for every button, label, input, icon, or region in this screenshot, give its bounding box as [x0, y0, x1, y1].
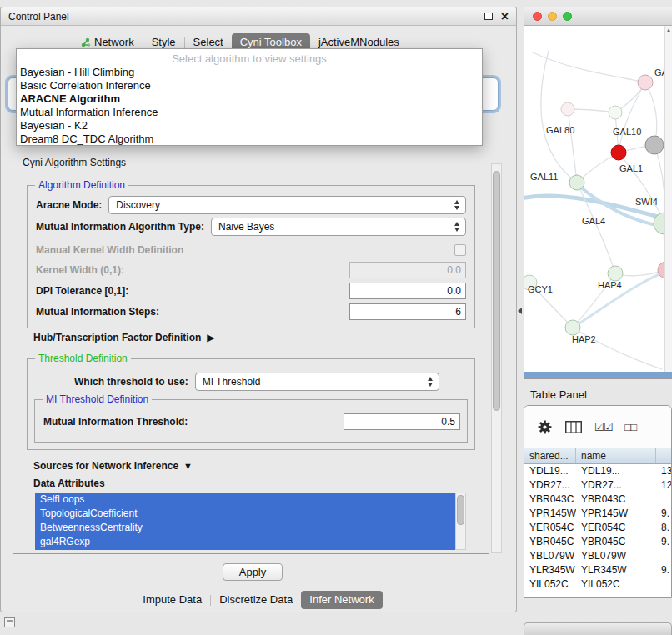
dropdown-item-bayesian-hill-climbing[interactable]: Bayesian - Hill Climbing — [17, 66, 482, 79]
node-label-swi4[interactable]: SWI4 — [635, 197, 658, 207]
cell-shared-name: YDR27... — [524, 478, 576, 492]
collapsed-panel-bar[interactable] — [524, 622, 672, 635]
cell-name: YDR27... — [576, 478, 656, 492]
algorithm-dropdown-popup: Select algorithm to view settings Bayesi… — [16, 48, 483, 146]
manual-kernel-checkbox[interactable] — [454, 244, 466, 256]
attribute-list-item[interactable]: BetweennessCentrality — [35, 521, 455, 535]
collapse-left-icon[interactable] — [518, 308, 522, 314]
scroll-up-icon[interactable]: ▲ — [665, 26, 672, 32]
mi-type-select[interactable]: Naive Bayes — [211, 218, 466, 236]
network-canvas[interactable]: GAL80 GAL10 GAL11 GAL1 SWI4 GAL4 GCY1 HA… — [524, 26, 672, 372]
attribute-list-item[interactable]: TopologicalCoefficient — [35, 507, 455, 521]
table-row[interactable]: YBL079W YBL079W — [524, 549, 671, 563]
tab-label: Infer Network — [309, 593, 374, 606]
restore-panel-icon-inner — [7, 620, 13, 622]
data-attributes-list[interactable]: SelfLoops TopologicalCoefficient Between… — [35, 492, 455, 550]
tab-label: jActiveMNodules — [318, 36, 399, 48]
dropdown-placeholder: Select algorithm to view settings — [17, 52, 482, 66]
aracne-mode-select[interactable]: Discovery — [108, 196, 466, 214]
panel-splitter[interactable] — [517, 7, 524, 612]
cell-shared-name: YDL19... — [524, 464, 576, 478]
table-row[interactable]: YIL052C YIL052C — [524, 578, 671, 592]
hub-definition-expander[interactable]: Hub/Transcription Factor Definition ▶ — [33, 332, 215, 343]
desktop: Control Panel × Network Style Select — [0, 0, 672, 635]
cell-extra: 9. — [656, 507, 671, 521]
table-row[interactable]: YPR145W YPR145W 9. — [524, 507, 671, 521]
dropdown-item-dream8[interactable]: Dream8 DC_TDC Algorithm — [17, 132, 482, 146]
table-row[interactable]: YDL19... YDL19... 13 — [524, 464, 671, 478]
dpi-tolerance-label: DPI Tolerance [0,1]: — [36, 285, 128, 297]
cell-shared-name: YLR345W — [524, 563, 576, 578]
table-row[interactable]: YER054C YER054C 8. — [524, 521, 671, 535]
network-window-titlebar[interactable] — [524, 8, 672, 26]
node-label-gal80[interactable]: GAL80 — [546, 125, 574, 135]
tab-discretize-data[interactable]: Discretize Data — [211, 591, 301, 609]
network-scrollbar[interactable]: ▲ — [664, 26, 672, 372]
attributes-scrollbar[interactable] — [455, 492, 466, 550]
node-label-hap4[interactable]: HAP4 — [598, 280, 622, 290]
node-label-gal11[interactable]: GAL11 — [530, 172, 558, 182]
threshold-type-select[interactable]: MI Threshold — [195, 372, 439, 391]
column-header-extra[interactable] — [656, 448, 671, 463]
cell-shared-name: YBR045C — [524, 535, 576, 549]
deselect-all-rows-icon[interactable]: □□ — [624, 421, 636, 433]
cell-name: YDL19... — [576, 464, 656, 478]
mi-threshold-field[interactable] — [344, 413, 460, 430]
mi-threshold-label: Mutual Information Threshold: — [43, 416, 188, 428]
apply-button[interactable]: Apply — [223, 563, 283, 581]
select-all-rows-icon[interactable]: ☑☑ — [594, 421, 612, 433]
combo-arrows-icon — [454, 222, 459, 232]
table-row[interactable]: YBR043C YBR043C — [524, 492, 671, 507]
close-panel-icon[interactable]: × — [501, 10, 509, 23]
tab-infer-network[interactable]: Infer Network — [301, 591, 382, 609]
sources-expander[interactable]: Sources for Network Inference ▼ — [33, 460, 193, 472]
aracne-mode-label: Aracne Mode: — [36, 199, 102, 211]
column-header-shared-name[interactable]: shared... — [524, 448, 576, 463]
mi-steps-field[interactable] — [349, 303, 466, 320]
cyni-algorithm-settings-group: Cyni Algorithm Settings Algorithm Defini… — [13, 162, 489, 554]
dpi-tolerance-row: DPI Tolerance [0,1]: — [36, 282, 466, 300]
tab-label: Cyni Toolbox — [240, 36, 302, 48]
attribute-list-item[interactable]: gal4RGexp — [35, 535, 455, 549]
dropdown-item-mutual-information[interactable]: Mutual Information Inference — [17, 106, 482, 119]
gear-icon[interactable] — [537, 419, 553, 435]
scrollbar-thumb[interactable] — [457, 495, 464, 525]
node-label-gal4[interactable]: GAL4 — [582, 216, 605, 226]
table-row[interactable]: YDR27... YDR27... 12 — [524, 478, 671, 492]
cell-shared-name: YIL052C — [524, 578, 576, 592]
dpi-tolerance-field[interactable] — [349, 282, 466, 299]
node-label-gal1[interactable]: GAL1 — [619, 163, 643, 173]
node-label-hap2[interactable]: HAP2 — [572, 334, 596, 344]
tab-label: Impute Data — [143, 593, 202, 606]
table-row[interactable]: YBR045C YBR045C 9. — [524, 535, 671, 549]
dropdown-item-bayesian-k2[interactable]: Bayesian - K2 — [17, 119, 482, 132]
table-panel-title: Table Panel — [530, 388, 587, 401]
network-view-window: GAL80 GAL10 GAL11 GAL1 SWI4 GAL4 GCY1 HA… — [524, 7, 672, 379]
node-label-gal10[interactable]: GAL10 — [613, 127, 641, 137]
settings-scrollbar[interactable] — [491, 163, 502, 553]
threshold-type-value: MI Threshold — [203, 376, 423, 388]
dropdown-item-basic-correlation[interactable]: Basic Correlation Inference — [17, 79, 482, 92]
control-panel-titlebar[interactable]: Control Panel × — [1, 8, 516, 26]
cell-name: YBR045C — [576, 535, 656, 549]
scrollbar-thumb[interactable] — [493, 171, 500, 411]
cell-name: YLR345W — [576, 563, 656, 578]
cell-name: YER054C — [576, 521, 656, 535]
close-window-icon[interactable] — [533, 12, 542, 21]
zoom-window-icon[interactable] — [563, 12, 572, 21]
threshold-definition-title: Threshold Definition — [35, 352, 131, 364]
select-columns-icon[interactable] — [565, 421, 582, 433]
restore-panel-icon[interactable] — [4, 618, 15, 628]
table-panel-window: ☑☑ □□ shared... name YDL19... YDL19... 1… — [524, 405, 672, 598]
threshold-definition-group: Threshold Definition Which threshold to … — [27, 358, 475, 450]
dropdown-item-aracne[interactable]: ARACNE Algorithm — [17, 92, 482, 106]
minimize-window-icon[interactable] — [548, 12, 557, 21]
table-row[interactable]: YLR345W YLR345W 9. — [524, 563, 671, 578]
attribute-list-item[interactable]: SelfLoops — [35, 492, 455, 507]
float-panel-icon[interactable] — [484, 12, 493, 20]
tab-impute-data[interactable]: Impute Data — [134, 591, 210, 609]
node-label-gcy1[interactable]: GCY1 — [528, 284, 553, 294]
manual-kernel-label: Manual Kernel Width Definition — [36, 244, 183, 256]
cell-extra: 8. — [656, 521, 671, 535]
column-header-name[interactable]: name — [576, 448, 656, 463]
